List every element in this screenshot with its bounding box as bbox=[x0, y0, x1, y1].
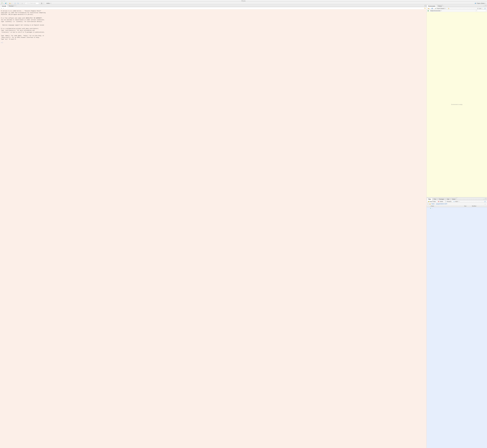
tab-help-label: Help bbox=[447, 199, 449, 200]
toolbar-separator bbox=[13, 2, 13, 4]
svg-rect-23 bbox=[448, 8, 449, 8]
tab-packages[interactable]: Packages bbox=[438, 198, 445, 200]
save-button[interactable] bbox=[14, 2, 16, 4]
tab-files[interactable]: Files bbox=[427, 198, 432, 200]
addins-menu[interactable]: Addins ▼ bbox=[46, 2, 52, 4]
project-icon: R bbox=[475, 2, 476, 4]
refresh-icon bbox=[484, 8, 486, 9]
select-all-checkbox[interactable] bbox=[427, 203, 429, 205]
tab-history[interactable]: History bbox=[437, 5, 443, 7]
column-header-size[interactable]: Size bbox=[464, 205, 471, 207]
chevron-down-icon: ▼ bbox=[43, 3, 44, 4]
maximize-pane-icon[interactable] bbox=[485, 198, 487, 199]
breadcrumb-folder[interactable]: programmieren-mit-R bbox=[436, 203, 447, 205]
tab-console[interactable]: Console bbox=[0, 5, 8, 7]
maximize-pane-icon[interactable] bbox=[485, 5, 487, 6]
new-project-button[interactable] bbox=[4, 2, 7, 4]
new-file-button[interactable]: ▼ bbox=[0, 2, 4, 4]
console-path-bar: ~/ bbox=[0, 7, 426, 9]
chevron-down-icon: ▼ bbox=[50, 3, 51, 4]
environment-search-input[interactable] bbox=[476, 10, 486, 12]
new-file-icon bbox=[1, 2, 3, 4]
import-dataset-button[interactable]: Import Dataset ▼ bbox=[434, 8, 447, 9]
delete-button[interactable]: Delete bbox=[437, 200, 444, 202]
environment-scope-selector[interactable]: Global Environment ▼ bbox=[430, 10, 442, 12]
open-file-button[interactable]: ▼ bbox=[9, 2, 12, 4]
close-icon[interactable]: × bbox=[14, 6, 15, 7]
env-view-toggle[interactable]: List ▼ bbox=[476, 8, 483, 9]
chevron-down-icon: ▼ bbox=[485, 3, 486, 4]
path-more-button[interactable]: … bbox=[484, 203, 486, 205]
window-zoom-button[interactable] bbox=[4, 0, 5, 1]
delete-icon bbox=[438, 201, 439, 202]
tab-terminal-label: Terminal bbox=[9, 6, 13, 7]
toolbar-separator bbox=[45, 2, 45, 4]
chevron-down-icon: ▼ bbox=[11, 3, 12, 4]
column-header-name[interactable]: ▲ Name bbox=[429, 205, 464, 207]
workspace-panes-button[interactable]: ▼ bbox=[40, 2, 44, 4]
grid-panes-icon bbox=[41, 2, 42, 4]
file-row-up[interactable]: .. bbox=[427, 207, 487, 209]
tab-terminal[interactable]: Terminal × bbox=[8, 5, 16, 7]
new-folder-button[interactable]: New Folder bbox=[427, 200, 436, 202]
svg-rect-5 bbox=[15, 3, 15, 4]
list-icon bbox=[477, 8, 479, 9]
window-close-button[interactable] bbox=[1, 0, 2, 1]
environment-toolbar: Import Dataset ▼ List ▼ bbox=[427, 7, 487, 10]
new-folder-icon bbox=[428, 201, 430, 202]
clear-console-icon[interactable] bbox=[424, 8, 426, 9]
load-workspace-button[interactable] bbox=[427, 8, 430, 9]
chevron-right-icon: › bbox=[435, 203, 435, 205]
up-folder-icon bbox=[430, 207, 431, 209]
svg-rect-28 bbox=[445, 201, 446, 202]
tab-environment-label: Environment bbox=[428, 6, 435, 7]
gear-icon bbox=[453, 201, 455, 202]
toolbar-separator bbox=[40, 2, 40, 4]
column-header-modified[interactable]: Modified bbox=[471, 205, 487, 207]
breadcrumb-home[interactable]: Home bbox=[431, 203, 434, 205]
new-project-icon bbox=[5, 2, 7, 4]
minimize-pane-icon[interactable] bbox=[483, 198, 485, 199]
broom-icon bbox=[448, 8, 449, 9]
goto-file-function-input[interactable]: ↳ Go to file/function bbox=[25, 2, 39, 4]
more-label: More bbox=[455, 201, 458, 202]
environment-body: Environment is empty bbox=[427, 12, 487, 197]
tab-help[interactable]: Help bbox=[446, 198, 451, 200]
globe-icon bbox=[427, 10, 429, 12]
view-dir-icon[interactable] bbox=[2, 8, 4, 9]
save-workspace-button[interactable] bbox=[431, 8, 434, 9]
tab-history-label: History bbox=[438, 6, 442, 7]
svg-point-25 bbox=[476, 10, 477, 11]
files-column-header: ▲ Name Size Modified bbox=[427, 205, 487, 207]
svg-text:R: R bbox=[475, 3, 476, 4]
search-icon bbox=[476, 10, 477, 11]
console-output[interactable]: R version 3.3.2 (2016-10-31) -- "Sincere… bbox=[0, 9, 426, 448]
more-menu[interactable]: More ▼ bbox=[453, 200, 460, 202]
print-button[interactable] bbox=[21, 2, 24, 4]
chevron-down-icon: ▼ bbox=[481, 8, 482, 9]
main-toolbar: ▼ ▼ ↳ Go to file/function bbox=[0, 2, 487, 5]
chevron-down-icon: ▼ bbox=[441, 10, 442, 11]
bottom-right-tabs: Files Plots Packages Help Viewer bbox=[427, 198, 487, 200]
chevron-down-icon: ▼ bbox=[3, 3, 4, 4]
svg-rect-16 bbox=[42, 3, 42, 4]
clear-workspace-button[interactable] bbox=[447, 8, 450, 9]
open-folder-icon bbox=[428, 8, 430, 9]
maximize-pane-icon[interactable] bbox=[424, 5, 426, 7]
project-menu[interactable]: R Project: (None) ▼ bbox=[474, 2, 487, 4]
environment-scope-bar: Global Environment ▼ bbox=[427, 10, 487, 12]
import-icon bbox=[435, 8, 436, 9]
refresh-button[interactable] bbox=[484, 8, 487, 9]
minimize-pane-icon[interactable] bbox=[483, 5, 485, 6]
svg-point-29 bbox=[454, 201, 454, 202]
window-minimize-button[interactable] bbox=[2, 0, 3, 1]
save-all-button[interactable] bbox=[17, 2, 19, 4]
tab-plots[interactable]: Plots bbox=[432, 198, 438, 200]
tab-viewer[interactable]: Viewer bbox=[451, 198, 457, 200]
tab-environment[interactable]: Environment bbox=[427, 5, 437, 7]
files-breadcrumb: Home › programmieren-mit-R … bbox=[427, 203, 487, 205]
home-icon[interactable] bbox=[429, 203, 431, 205]
refresh-files-button[interactable] bbox=[484, 200, 487, 202]
column-size-label: Size bbox=[464, 205, 466, 207]
rename-button[interactable]: Rename bbox=[444, 200, 452, 202]
